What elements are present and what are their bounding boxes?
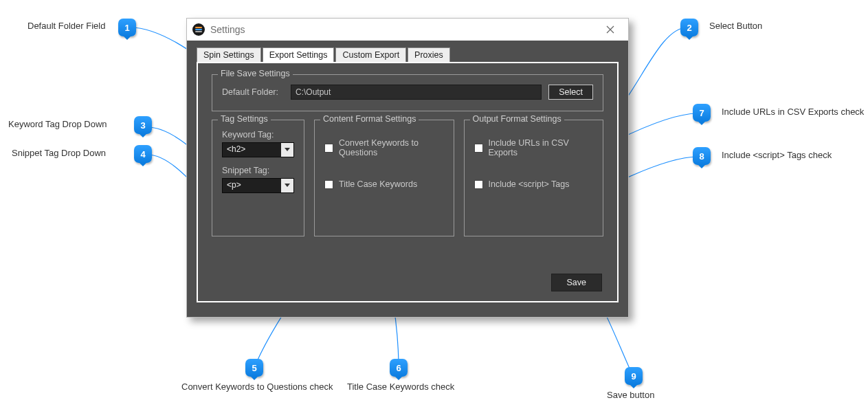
callout-2-label: Select Button [709, 21, 762, 31]
legend-file-save: File Save Settings [218, 69, 293, 78]
title-case-label: Title Case Keywords [339, 179, 417, 189]
snippet-tag-value: <p> [223, 179, 281, 192]
chevron-down-icon [281, 179, 293, 192]
keyword-tag-value: <h2> [223, 143, 281, 157]
convert-keywords-checkbox[interactable] [324, 144, 333, 153]
callout-1-badge: 1 [118, 19, 136, 36]
default-folder-row: Default Folder: Select [222, 85, 593, 100]
callout-9-badge: 9 [625, 367, 643, 385]
export-settings-panel: File Save Settings Default Folder: Selec… [197, 62, 619, 302]
callout-8-label: Include <script> Tags check [722, 150, 832, 160]
close-icon [606, 25, 614, 34]
legend-content-format: Content Format Settings [320, 114, 419, 124]
group-output-format: Output Format Settings Include URLs in C… [464, 120, 604, 236]
callout-2-badge: 2 [680, 19, 698, 36]
settings-dialog: Settings Spin Settings Export Settings C… [186, 18, 629, 318]
save-button[interactable]: Save [551, 274, 603, 291]
tab-export-settings[interactable]: Export Settings [263, 47, 335, 62]
default-folder-label: Default Folder: [222, 87, 284, 97]
select-button[interactable]: Select [548, 85, 593, 100]
callout-6-label: Title Case Keywords check [347, 382, 454, 392]
title-case-check-row: Title Case Keywords [324, 179, 444, 189]
tab-spin-settings[interactable]: Spin Settings [197, 47, 261, 62]
callout-3-label: Keyword Tag Drop Down [8, 119, 107, 129]
callout-8-badge: 8 [693, 147, 711, 165]
tab-strip: Spin Settings Export Settings Custom Exp… [197, 47, 619, 62]
group-content-format: Content Format Settings Convert Keywords… [314, 120, 454, 236]
window-title: Settings [210, 24, 597, 35]
include-script-label: Include <script> Tags [489, 179, 570, 189]
convert-keywords-check-row: Convert Keywords to Questions [324, 138, 444, 157]
callout-6-badge: 6 [390, 359, 408, 377]
keyword-tag-dropdown[interactable]: <h2> [222, 142, 294, 157]
title-case-checkbox[interactable] [324, 180, 333, 189]
close-button[interactable] [597, 20, 624, 39]
tab-proxies[interactable]: Proxies [408, 47, 450, 62]
callout-3-badge: 3 [134, 116, 152, 134]
callout-4-label: Snippet Tag Drop Down [12, 148, 106, 158]
callout-1-label: Default Folder Field [27, 21, 105, 31]
group-tag-settings: Tag Settings Keyword Tag: <h2> Snippet T… [212, 120, 304, 236]
callout-7-label: Include URLs in CSV Exports check [722, 107, 864, 117]
tab-custom-export[interactable]: Custom Export [335, 47, 406, 62]
include-urls-checkbox[interactable] [474, 144, 483, 153]
keyword-tag-label: Keyword Tag: [222, 130, 294, 140]
group-file-save: File Save Settings Default Folder: Selec… [212, 74, 603, 111]
include-script-checkbox[interactable] [474, 180, 483, 189]
dialog-body: Spin Settings Export Settings Custom Exp… [187, 41, 628, 317]
snippet-tag-dropdown[interactable]: <p> [222, 178, 294, 193]
snippet-tag-label: Snippet Tag: [222, 166, 294, 175]
include-urls-label: Include URLs in CSV Exports [489, 138, 594, 157]
include-urls-check-row: Include URLs in CSV Exports [474, 138, 594, 157]
include-script-check-row: Include <script> Tags [474, 179, 594, 189]
default-folder-input[interactable] [291, 85, 542, 100]
chevron-down-icon [281, 143, 293, 157]
legend-output-format: Output Format Settings [470, 114, 564, 124]
app-icon [192, 23, 205, 36]
convert-keywords-label: Convert Keywords to Questions [339, 138, 444, 157]
callout-7-badge: 7 [693, 104, 711, 122]
callout-5-label: Convert Keywords to Questions check [181, 382, 333, 392]
callout-9-label: Save button [607, 390, 654, 400]
callout-4-badge: 4 [134, 145, 152, 163]
legend-tag-settings: Tag Settings [218, 114, 271, 124]
callout-5-badge: 5 [245, 359, 263, 377]
titlebar: Settings [187, 19, 628, 41]
